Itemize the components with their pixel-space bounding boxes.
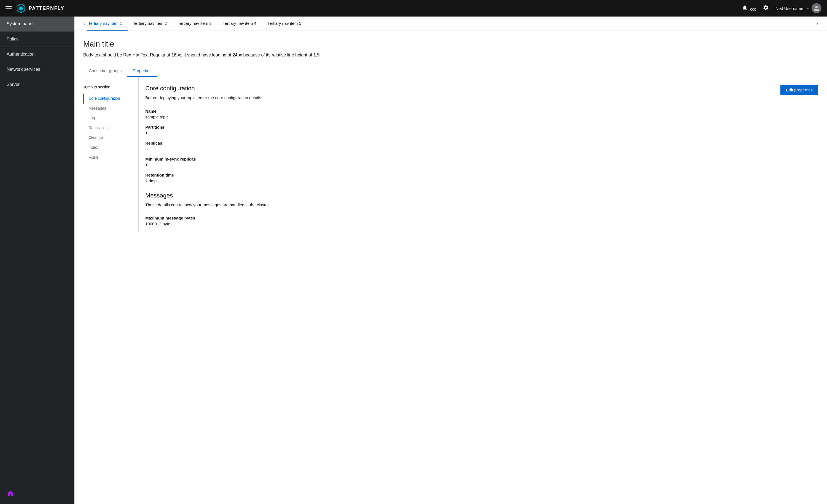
app-layout: System panel Policy Authentication Netwo… — [0, 16, 827, 504]
tertiary-nav-items: Tertiary nav item 1 Tertiary nav item 2 … — [87, 16, 814, 31]
page-title: Main title — [83, 40, 818, 49]
tertiary-nav-item-3[interactable]: Tertiary nav item 3 — [172, 16, 217, 31]
prop-retention-time-value: 7 days — [145, 178, 818, 183]
sidebar-item-label: Authentication — [7, 52, 35, 56]
sidebar-item-system-panel[interactable]: System panel — [0, 16, 75, 32]
prop-min-insync-value: 1 — [145, 163, 818, 167]
main-content: ‹ Tertiary nav item 1 Tertiary nav item … — [75, 16, 827, 504]
notifications-button[interactable]: 000 — [742, 5, 756, 12]
sidebar-item-label: Network services — [7, 67, 40, 72]
user-dropdown-arrow-icon: ▾ — [807, 6, 809, 10]
notification-count: 000 — [750, 7, 756, 11]
jump-link-index[interactable]: Index — [83, 143, 132, 153]
settings-button[interactable] — [763, 5, 769, 12]
prop-retention-time-label: Retention time — [145, 173, 818, 177]
jump-link-cleanup[interactable]: Cleanup — [83, 133, 132, 143]
top-navigation: PATTERNFLY 000 Ned Username ▾ — [0, 0, 827, 16]
tertiary-nav-item-1[interactable]: Tertiary nav item 1 — [87, 16, 128, 31]
jump-section-title: Jump to section — [83, 85, 132, 89]
content-tabs: Consumer groups Properties — [83, 65, 818, 77]
tertiary-nav-item-4[interactable]: Tertiary nav item 4 — [217, 16, 262, 31]
prop-name-value: sample topic — [145, 115, 818, 119]
jump-link-core-config[interactable]: Core configuration — [83, 94, 132, 104]
prop-min-insync-label: Minimum in-sync replicas — [145, 157, 818, 161]
messages-section: Messages These details control how your … — [145, 192, 818, 226]
bell-icon — [742, 5, 748, 11]
tertiary-nav-item-5[interactable]: Tertiary nav item 5 — [262, 16, 307, 31]
brand-name: PATTERNFLY — [29, 5, 64, 11]
messages-desc: These details control how your messages … — [145, 202, 818, 208]
prop-partitions-label: Partitions — [145, 125, 818, 129]
sidebar-item-label: Server — [7, 82, 19, 87]
tertiary-nav-item-3-label: Tertiary nav item 3 — [178, 21, 212, 25]
edit-properties-button[interactable]: Edit properties — [780, 85, 818, 95]
brand-logo: PATTERNFLY — [16, 3, 64, 13]
prop-min-insync: Minimum in-sync replicas 1 — [145, 157, 818, 167]
prop-replicas-label: Replicas — [145, 141, 818, 146]
tertiary-nav-item-4-label: Tertiary nav item 4 — [223, 21, 257, 25]
content-area: Jump to section Core configuration Messa… — [83, 77, 818, 232]
sidebar-item-server[interactable]: Server — [0, 77, 75, 92]
sidebar-item-label: Policy — [7, 37, 18, 41]
tertiary-nav-item-2[interactable]: Tertiary nav item 2 — [128, 16, 173, 31]
user-avatar — [812, 3, 822, 13]
core-config-title: Core configuration — [145, 85, 818, 92]
page-body-text: Body text should be Red Hat Text Regular… — [83, 52, 818, 58]
tertiary-nav-next-button[interactable]: › — [814, 21, 820, 26]
tertiary-nav-item-2-label: Tertiary nav item 2 — [133, 21, 167, 25]
core-config-desc: Before deploying your topic, enter the c… — [145, 95, 818, 101]
properties-panel: Edit properties Core configuration Befor… — [138, 77, 818, 232]
prop-partitions-value: 1 — [145, 130, 818, 135]
jump-link-replication[interactable]: Replication — [83, 123, 132, 133]
tab-properties[interactable]: Properties — [127, 65, 157, 77]
prop-replicas: Replicas 3 — [145, 141, 818, 151]
jump-link-flush[interactable]: Flush — [83, 153, 132, 163]
username-label: Ned Username — [775, 6, 803, 11]
sidebar-item-authentication[interactable]: Authentication — [0, 47, 75, 62]
home-icon — [7, 490, 14, 497]
hamburger-menu[interactable] — [5, 6, 11, 10]
top-nav-right: 000 Ned Username ▾ — [742, 3, 822, 13]
sidebar-home-icon[interactable] — [7, 490, 14, 499]
patternfly-logo-icon — [16, 3, 26, 13]
jump-link-messages[interactable]: Messages — [83, 104, 132, 113]
jump-to-section: Jump to section Core configuration Messa… — [83, 77, 138, 232]
prop-max-message-bytes-value: 1000012 bytes — [145, 221, 818, 226]
page-body: Main title Body text should be Red Hat T… — [75, 31, 827, 243]
prop-partitions: Partitions 1 — [145, 125, 818, 135]
tab-consumer-groups[interactable]: Consumer groups — [83, 65, 127, 77]
tertiary-nav-item-5-label: Tertiary nav item 5 — [267, 21, 301, 25]
tertiary-nav-item-1-label: Tertiary nav item 1 — [88, 21, 122, 25]
sidebar-item-policy[interactable]: Policy — [0, 32, 75, 47]
prop-max-message-bytes-label: Maximum message bytes — [145, 216, 818, 220]
avatar-icon — [814, 5, 820, 11]
user-menu[interactable]: Ned Username ▾ — [775, 3, 822, 13]
prop-retention-time: Retention time 7 days — [145, 173, 818, 183]
sidebar-item-label: System panel — [7, 21, 33, 26]
prop-max-message-bytes: Maximum message bytes 1000012 bytes — [145, 216, 818, 226]
tertiary-nav-prev-button[interactable]: ‹ — [81, 21, 87, 26]
prop-replicas-value: 3 — [145, 147, 818, 151]
tertiary-navigation: ‹ Tertiary nav item 1 Tertiary nav item … — [75, 16, 827, 31]
sidebar-item-network-services[interactable]: Network services — [0, 62, 75, 77]
messages-title: Messages — [145, 192, 818, 199]
prop-name-label: Name — [145, 109, 818, 113]
sidebar: System panel Policy Authentication Netwo… — [0, 16, 75, 504]
prop-name: Name sample topic — [145, 109, 818, 119]
gear-icon — [763, 5, 769, 11]
jump-link-log[interactable]: Log — [83, 113, 132, 123]
